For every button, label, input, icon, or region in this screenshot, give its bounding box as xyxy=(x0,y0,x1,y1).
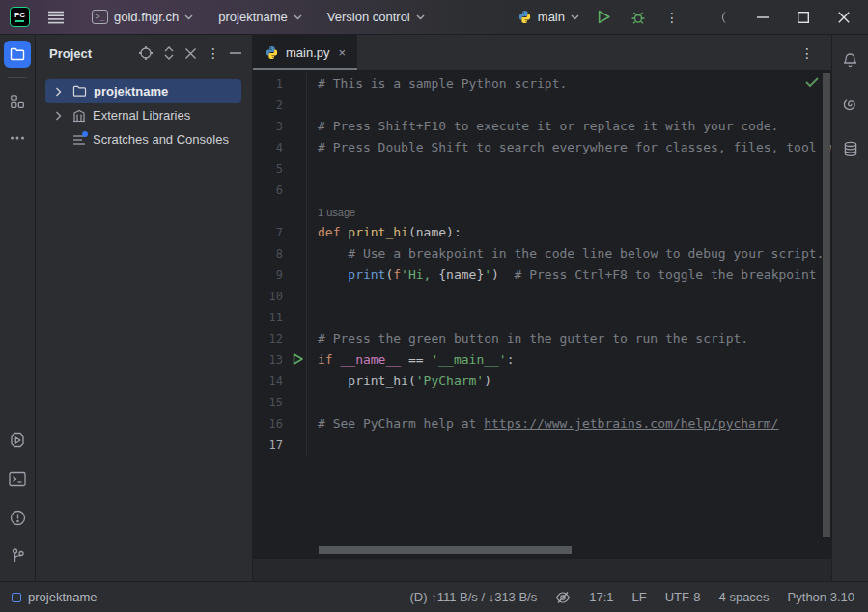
run-line-icon[interactable] xyxy=(293,353,303,365)
code-text[interactable]: if __name__ == '__main__': xyxy=(307,349,515,371)
hide-panel-button[interactable] xyxy=(227,49,244,57)
database-button[interactable] xyxy=(837,135,864,162)
code-line[interactable]: 12# Press the green button in the gutter… xyxy=(253,328,831,349)
theme-crescent-icon[interactable] xyxy=(702,0,742,35)
horizontal-scrollbar[interactable] xyxy=(319,546,572,554)
code-text[interactable]: def print_hi(name): xyxy=(307,222,462,243)
debug-button[interactable] xyxy=(625,6,652,29)
vertical-scrollbar[interactable] xyxy=(823,73,830,537)
line-number[interactable]: 14 xyxy=(253,371,307,392)
line-number[interactable]: 12 xyxy=(253,328,307,349)
code-line[interactable]: 2 xyxy=(253,95,831,116)
git-tool-window-button[interactable] xyxy=(4,542,31,570)
code-line[interactable]: 15 xyxy=(253,392,831,413)
code-text[interactable] xyxy=(307,434,318,456)
code-line[interactable]: 8 # Use a breakpoint in the code line be… xyxy=(253,243,831,264)
line-number[interactable]: 6 xyxy=(253,180,307,201)
line-number[interactable]: 11 xyxy=(253,307,307,328)
version-control-menu[interactable]: Version control xyxy=(320,5,433,29)
panel-options-button[interactable]: ⋮ xyxy=(204,43,223,63)
code-text[interactable]: print_hi('PyCharm') xyxy=(307,371,491,392)
editor-options-button[interactable]: ⋮ xyxy=(795,42,820,64)
highlighting-level-icon[interactable] xyxy=(555,591,571,604)
line-number[interactable]: 9 xyxy=(253,264,307,286)
line-number[interactable]: 17 xyxy=(253,434,307,456)
code-text[interactable] xyxy=(307,392,318,413)
minimize-button[interactable] xyxy=(742,0,783,35)
more-tool-windows-button[interactable] xyxy=(4,125,31,152)
tree-item-scratches[interactable]: Scratches and Consoles xyxy=(36,127,252,152)
interpreter-widget[interactable]: Python 3.10 xyxy=(788,590,854,604)
code-text[interactable] xyxy=(307,158,318,180)
line-number[interactable]: 15 xyxy=(253,392,307,413)
code-line[interactable]: 3# Press Shift+F10 to execute it or repl… xyxy=(253,116,831,137)
inspection-ok-icon[interactable] xyxy=(805,77,819,88)
line-number[interactable]: 1 xyxy=(253,73,307,95)
more-actions-button[interactable]: ⋮ xyxy=(659,7,685,28)
code-line[interactable]: 1 usage xyxy=(253,201,831,222)
locate-file-button[interactable] xyxy=(135,42,156,64)
code-line[interactable]: 17 xyxy=(253,434,831,456)
line-number[interactable]: 10 xyxy=(253,286,307,307)
code-line[interactable]: 13if __name__ == '__main__': xyxy=(253,349,831,371)
code-line[interactable]: 10 xyxy=(253,286,831,307)
terminal-tool-window-button[interactable] xyxy=(4,465,31,492)
main-menu-button[interactable] xyxy=(42,7,70,28)
code-text[interactable]: # Press Double Shift to search everywher… xyxy=(307,137,831,158)
run-configuration-selector[interactable]: main xyxy=(510,5,587,29)
tree-item-projektname[interactable]: projektname xyxy=(45,79,241,103)
code-line[interactable]: 14 print_hi('PyCharm') xyxy=(253,371,831,392)
chevron-right-icon[interactable] xyxy=(50,87,66,97)
status-project-widget[interactable]: projektname xyxy=(12,590,98,604)
project-tool-window-button[interactable] xyxy=(4,41,31,68)
indent-widget[interactable]: 4 spaces xyxy=(719,590,770,604)
code-text[interactable]: print(f'Hi, {name}') # Press Ctrl+F8 to … xyxy=(307,264,817,286)
code-text[interactable] xyxy=(307,180,318,201)
line-number[interactable]: 4 xyxy=(253,137,307,158)
code-text[interactable] xyxy=(307,307,318,328)
code-line[interactable]: 6 xyxy=(253,180,831,201)
ai-assistant-button[interactable] xyxy=(837,91,864,118)
code-line[interactable]: 5 xyxy=(253,158,831,180)
tree-item-external-libraries[interactable]: External Libraries xyxy=(36,103,252,127)
line-number[interactable]: 8 xyxy=(253,243,307,264)
tab-main-py[interactable]: main.py × xyxy=(253,35,357,70)
code-text[interactable] xyxy=(307,95,318,116)
close-button[interactable] xyxy=(824,0,864,35)
line-number[interactable]: 2 xyxy=(253,95,307,116)
code-text[interactable] xyxy=(307,286,318,307)
code-line[interactable]: 4# Press Double Shift to search everywhe… xyxy=(253,137,831,158)
encoding-widget[interactable]: UTF-8 xyxy=(665,590,701,604)
line-number[interactable] xyxy=(253,201,307,222)
code-line[interactable]: 7def print_hi(name): xyxy=(253,222,831,243)
line-number[interactable]: 5 xyxy=(253,158,307,180)
notifications-button[interactable] xyxy=(837,46,864,73)
code-text[interactable]: # Press Shift+F10 to execute it or repla… xyxy=(307,116,778,137)
close-tab-icon[interactable]: × xyxy=(339,45,347,60)
line-number[interactable]: 16 xyxy=(253,413,307,434)
code-text[interactable]: # Use a breakpoint in the code line belo… xyxy=(307,243,824,264)
code-editor[interactable]: 1# This is a sample Python script.23# Pr… xyxy=(253,71,831,558)
structure-tool-window-button[interactable] xyxy=(4,88,31,115)
code-text[interactable]: # This is a sample Python script. xyxy=(307,73,567,95)
code-text[interactable]: # See PyCharm help at https://www.jetbra… xyxy=(307,413,778,434)
code-line[interactable]: 9 print(f'Hi, {name}') # Press Ctrl+F8 t… xyxy=(253,264,831,286)
run-button[interactable] xyxy=(591,6,617,28)
caret-position-widget[interactable]: 17:1 xyxy=(589,590,613,604)
expand-all-button[interactable] xyxy=(160,42,178,64)
code-line[interactable]: 16# See PyCharm help at https://www.jetb… xyxy=(253,413,831,434)
code-line[interactable]: 11 xyxy=(253,307,831,328)
maximize-button[interactable] xyxy=(783,0,824,35)
code-text[interactable]: # Press the green button in the gutter t… xyxy=(307,328,748,349)
line-number[interactable]: 13 xyxy=(253,349,307,371)
code-line[interactable]: 1# This is a sample Python script. xyxy=(253,73,831,95)
collapse-all-button[interactable] xyxy=(182,44,200,63)
project-menu[interactable]: projektname xyxy=(210,5,310,29)
services-tool-window-button[interactable] xyxy=(4,427,31,454)
problems-tool-window-button[interactable] xyxy=(4,504,31,531)
line-number[interactable]: 3 xyxy=(253,116,307,137)
remote-host-menu[interactable]: >_ gold.fhgr.ch xyxy=(84,5,201,29)
network-speed-widget[interactable]: (D) ↑111 B/s / ↓313 B/s xyxy=(410,590,538,604)
chevron-right-icon[interactable] xyxy=(50,111,66,121)
usage-inlay-hint[interactable]: 1 usage xyxy=(307,201,355,222)
